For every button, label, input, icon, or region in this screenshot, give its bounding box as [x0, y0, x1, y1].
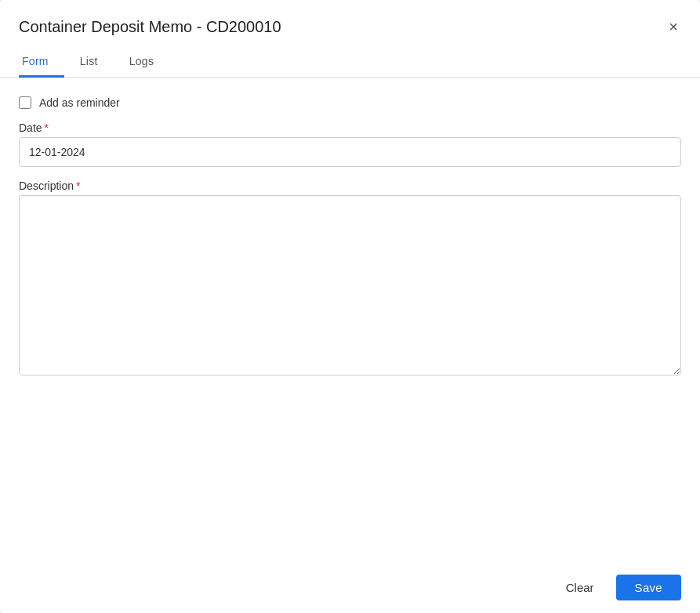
- reminder-row: Add as reminder: [19, 96, 681, 109]
- date-field-group: Date* 12-01-2024: [19, 122, 681, 167]
- tab-form[interactable]: Form: [19, 47, 64, 78]
- dialog: Container Deposit Memo - CD200010 × Form…: [0, 0, 700, 613]
- save-button[interactable]: Save: [616, 575, 681, 600]
- clear-button[interactable]: Clear: [553, 575, 607, 600]
- dialog-title: Container Deposit Memo - CD200010: [19, 18, 281, 36]
- dialog-footer: Clear Save: [0, 562, 700, 613]
- reminder-checkbox[interactable]: [19, 96, 31, 109]
- dialog-body: Add as reminder Date* 12-01-2024 Descrip…: [0, 78, 700, 562]
- tab-list[interactable]: List: [64, 47, 114, 78]
- description-field-group: Description*: [19, 180, 681, 375]
- description-textarea[interactable]: [19, 195, 681, 375]
- description-label: Description*: [19, 180, 681, 192]
- description-required-star: *: [76, 180, 80, 192]
- close-button[interactable]: ×: [666, 16, 681, 38]
- tab-bar: Form List Logs: [0, 47, 700, 78]
- date-input[interactable]: 12-01-2024: [19, 137, 681, 167]
- date-required-star: *: [45, 122, 49, 134]
- dialog-header: Container Deposit Memo - CD200010 ×: [0, 0, 700, 38]
- tab-logs[interactable]: Logs: [114, 47, 169, 78]
- reminder-label: Add as reminder: [39, 96, 120, 109]
- date-label: Date*: [19, 122, 681, 134]
